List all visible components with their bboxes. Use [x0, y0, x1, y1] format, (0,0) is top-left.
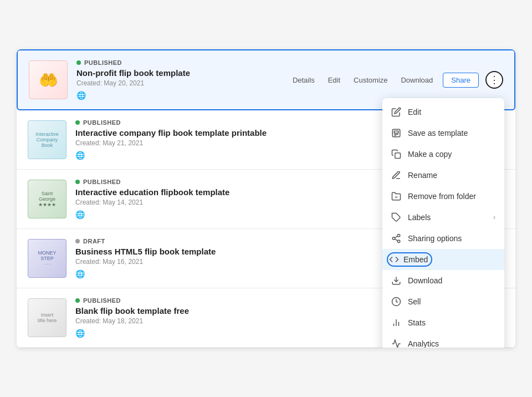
menu-item-rename[interactable]: Rename: [382, 165, 504, 186]
copy-icon: [391, 149, 401, 159]
svg-line-10: [395, 239, 397, 241]
menu-item-stats[interactable]: Stats: [382, 312, 504, 333]
menu-label-download: Download: [408, 276, 495, 285]
book-title-3: Interactive education flipbook template: [75, 187, 397, 197]
stats-icon: [391, 318, 401, 328]
embed-circle-highlight: Embed: [387, 252, 432, 267]
book-date-2: Created: May 21, 2021: [75, 139, 397, 147]
svg-point-8: [392, 237, 395, 240]
menu-label-make-copy: Make a copy: [408, 150, 495, 159]
menu-item-sharing[interactable]: Sharing options: [382, 228, 504, 249]
menu-label-sharing: Sharing options: [408, 234, 495, 243]
menu-label-remove-folder: Remove from folder: [408, 192, 495, 201]
chevron-right-icon: ›: [493, 213, 495, 221]
status-dot-5: [75, 298, 80, 303]
thumbnail-3: SaintGeorge★★★★: [28, 180, 66, 218]
svg-point-9: [397, 240, 400, 243]
thumbnail-2: InteractiveCompanyBook: [28, 120, 66, 159]
thumbnail-4: MONEYSTEP· · ·: [28, 239, 66, 278]
label-icon: [391, 212, 401, 222]
book-actions-1: Details Edit Customize Download Share ⋮: [289, 71, 503, 89]
context-menu: Edit Save as template: [382, 98, 504, 348]
menu-label-labels: Labels: [408, 213, 487, 222]
book-date-1: Created: May 20, 2021: [76, 79, 289, 87]
menu-item-download[interactable]: Download: [382, 270, 504, 291]
status-dot-2: [75, 120, 80, 125]
book-status-1: PUBLISHED: [76, 59, 289, 66]
status-dot-4: [75, 239, 80, 243]
menu-item-sell[interactable]: Sell: [382, 291, 504, 312]
analytics-icon: [391, 339, 401, 348]
edit-icon: [391, 107, 401, 117]
details-link-1[interactable]: Details: [289, 74, 318, 86]
menu-label-save-template: Save as template: [408, 129, 495, 138]
embed-icon: [389, 255, 399, 264]
download-link-1[interactable]: Download: [397, 74, 436, 86]
svg-rect-4: [395, 153, 401, 159]
book-info-5: PUBLISHED Blank flip book template free …: [75, 297, 397, 338]
menu-item-labels[interactable]: Labels ›: [382, 207, 504, 228]
menu-item-edit[interactable]: Edit: [382, 101, 504, 123]
book-date-3: Created: May 14, 2021: [75, 198, 397, 206]
main-panel: 🤲 PUBLISHED Non-profit flip book templat…: [17, 49, 515, 348]
share-button-1[interactable]: Share: [443, 73, 479, 88]
book-info-2: PUBLISHED Interactive company flip book …: [75, 119, 397, 160]
book-info-1: PUBLISHED Non-profit flip book template …: [76, 59, 289, 100]
status-label-3: PUBLISHED: [83, 179, 121, 185]
menu-item-embed[interactable]: Embed: [382, 249, 504, 270]
menu-label-sell: Sell: [408, 297, 495, 306]
menu-label-analytics: Analytics: [408, 339, 495, 348]
svg-rect-1: [394, 131, 398, 133]
book-title-2: Interactive company flip book template p…: [75, 128, 397, 138]
menu-label-embed: Embed: [403, 255, 428, 264]
menu-item-save-template[interactable]: Save as template: [382, 123, 504, 144]
status-dot-3: [75, 180, 80, 184]
status-dot-1: [76, 60, 81, 65]
more-dots-icon: ⋮: [489, 74, 499, 86]
book-status-3: PUBLISHED: [75, 179, 397, 185]
book-title-4: Business HTML5 flip book template: [75, 247, 397, 256]
page-container: 🤲 PUBLISHED Non-profit flip book templat…: [0, 0, 532, 397]
rename-icon: [391, 170, 401, 180]
book-status-5: PUBLISHED: [75, 297, 397, 304]
globe-icon-4: 🌐: [75, 269, 85, 278]
book-title-1: Non-profit flip book template: [76, 68, 289, 78]
globe-icon-5: 🌐: [75, 329, 85, 338]
svg-line-11: [395, 236, 397, 238]
book-status-4: DRAFT: [75, 238, 397, 245]
book-date-4: Created: May 16, 2021: [75, 258, 397, 266]
globe-icon-2: 🌐: [75, 151, 85, 160]
book-title-5: Blank flip book template free: [75, 306, 397, 315]
menu-item-analytics[interactable]: Analytics: [382, 333, 504, 348]
menu-label-stats: Stats: [408, 318, 495, 327]
folder-remove-icon: [391, 191, 401, 201]
status-label-2: PUBLISHED: [83, 119, 121, 126]
book-status-2: PUBLISHED: [75, 119, 397, 126]
book-date-5: Created: May 18, 2021: [75, 317, 397, 325]
thumbnail-5: Inserttitle here: [28, 298, 66, 337]
thumbnail-1: 🤲: [29, 60, 68, 99]
menu-item-make-copy[interactable]: Make a copy: [382, 144, 504, 165]
save-template-icon: [391, 128, 401, 138]
globe-icon-3: 🌐: [75, 210, 85, 219]
download-icon: [391, 276, 401, 286]
menu-label-rename: Rename: [408, 171, 495, 180]
menu-item-remove-folder[interactable]: Remove from folder: [382, 186, 504, 207]
share-icon: [391, 233, 401, 243]
status-label-5: PUBLISHED: [83, 297, 121, 304]
book-info-3: PUBLISHED Interactive education flipbook…: [75, 179, 397, 220]
status-label-4: DRAFT: [83, 238, 105, 245]
more-menu-button-1[interactable]: ⋮: [485, 71, 503, 89]
status-label-1: PUBLISHED: [84, 59, 122, 66]
edit-link-1[interactable]: Edit: [325, 74, 344, 86]
customize-link-1[interactable]: Customize: [350, 74, 391, 86]
menu-label-edit: Edit: [408, 108, 495, 116]
svg-point-7: [397, 235, 400, 237]
globe-icon-1: 🌐: [76, 91, 86, 100]
book-info-4: DRAFT Business HTML5 flip book template …: [75, 238, 397, 279]
sell-icon: [391, 297, 401, 307]
